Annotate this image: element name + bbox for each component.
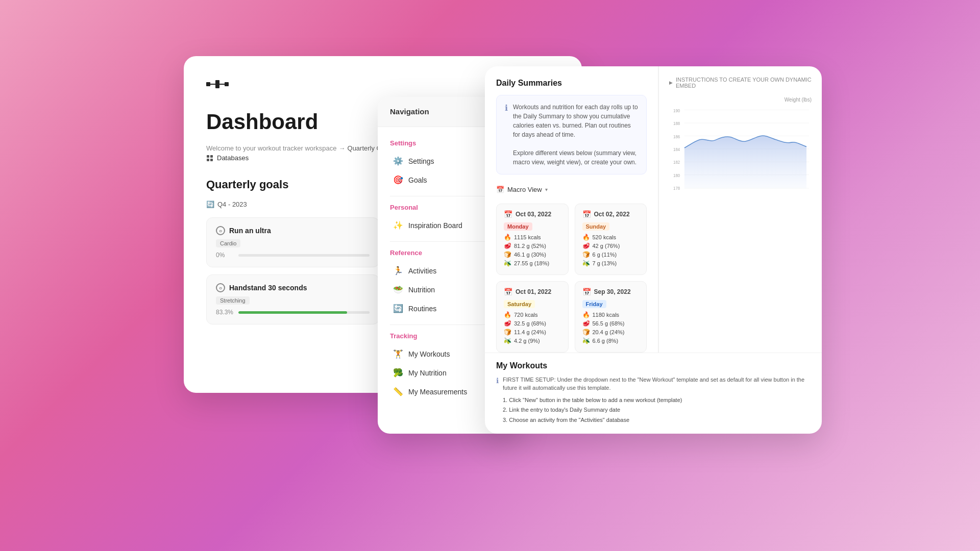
cal-icon-4: 📅 [582,288,591,296]
svg-rect-3 [209,84,226,85]
goal-pct-1: 0% [216,252,234,259]
chart-y-label: Weight (lbs) [669,97,812,103]
svg-text:178: 178 [673,186,680,191]
my-workouts-icon: 🏋️ [393,349,403,359]
dropdown-caret: ▾ [545,187,548,192]
right-top: Daily Summaries ℹ Workouts and nutrition… [485,66,822,353]
goal-pct-3: 83.3% [216,309,234,316]
quarter-badge: 🔄 Q4 - 2023 [206,201,247,208]
workouts-info: ℹ FIRST TIME SETUP: Under the dropdown n… [496,375,811,425]
workouts-info-icon: ℹ [496,375,499,425]
day-badge-saturday: Saturday [504,300,535,308]
day-badge-friday: Friday [582,300,606,308]
daily-summaries-info: ℹ Workouts and nutrition for each day ro… [496,95,647,174]
summary-day-sep30[interactable]: 📅 Sep 30, 2022 Friday 🔥1180 kcals 🥩56.5 … [575,281,647,353]
weight-chart-svg: 190 188 186 184 182 180 178 [669,105,812,196]
expand-triangle-icon: ▶ [669,80,673,85]
summary-day-oct02[interactable]: 📅 Oct 02, 2022 Sunday 🔥520 kcals 🥩42 g (… [575,204,647,275]
my-workouts-title: My Workouts [496,361,811,370]
svg-text:186: 186 [673,134,680,139]
svg-rect-7 [210,159,213,161]
svg-rect-5 [210,155,213,158]
right-card: Daily Summaries ℹ Workouts and nutrition… [485,66,822,434]
summary-day-oct03[interactable]: 📅 Oct 03, 2022 Monday 🔥1115 kcals 🥩81.2 … [496,204,569,275]
info-text: Workouts and nutrition for each day roll… [513,103,638,167]
svg-text:188: 188 [673,121,680,126]
svg-text:184: 184 [673,147,680,152]
svg-text:182: 182 [673,160,680,165]
svg-text:180: 180 [673,173,680,178]
daily-summaries-title: Daily Summaries [496,79,647,88]
goal-name-3: Handstand 30 seconds [229,284,307,292]
workouts-steps: 1. Click "New" button in the table below… [503,395,811,425]
progress-bar-3 [238,311,370,314]
inspiration-icon: ✨ [393,220,403,230]
activities-icon: 🏃 [393,266,403,276]
nav-header-title: Navigation [390,107,429,116]
goal-card-1[interactable]: ○ Run an ultra Cardio 0% [206,217,379,267]
settings-icon: ⚙️ [393,156,403,166]
progress-bar-1 [238,254,370,257]
workouts-setup-text: FIRST TIME SETUP: Under the dropdown nex… [503,375,811,392]
goals-icon: 🎯 [393,175,403,185]
summary-day-oct01[interactable]: 📅 Oct 01, 2022 Saturday 🔥720 kcals 🥩32.5… [496,281,569,353]
macro-view-button[interactable]: 📅 Macro View ▾ [496,183,647,196]
routines-icon: 🔄 [393,304,403,313]
chart-section: ▶ INSTRUCTIONS TO CREATE YOUR OWN DYNAMI… [658,66,822,353]
cal-icon-1: 📅 [504,210,512,218]
summary-grid: 📅 Oct 03, 2022 Monday 🔥1115 kcals 🥩81.2 … [496,204,647,353]
goal-icon-1: ○ [216,226,225,235]
day-badge-sunday: Sunday [582,222,610,231]
my-workouts-section: My Workouts ℹ FIRST TIME SETUP: Under th… [485,353,822,434]
goal-icon-3: ○ [216,283,225,292]
my-measurements-icon: 📏 [393,387,403,396]
goal-name-1: Run an ultra [229,227,271,235]
main-container: Dashboard Welcome to your workout tracke… [184,56,796,495]
nutrition-icon: 🥗 [393,285,403,294]
svg-rect-6 [207,159,209,161]
my-nutrition-icon: 🥦 [393,368,403,378]
svg-rect-4 [207,155,209,158]
daily-summaries-panel: Daily Summaries ℹ Workouts and nutrition… [485,66,658,353]
cal-icon-3: 📅 [504,288,512,296]
instructions-bar[interactable]: ▶ INSTRUCTIONS TO CREATE YOUR OWN DYNAMI… [669,77,812,89]
cal-icon-2: 📅 [582,210,591,218]
goal-tag-3: Stretching [216,296,250,305]
weight-chart-area: 190 188 186 184 182 180 178 [669,105,812,207]
info-icon: ℹ [505,103,508,167]
day-badge-monday: Monday [504,222,532,231]
svg-text:190: 190 [673,109,680,113]
goal-card-3[interactable]: ○ Handstand 30 seconds Stretching 83.3% [206,274,379,324]
calendar-icon-small: 📅 [496,186,504,193]
goal-tag-1: Cardio [216,239,240,247]
instructions-text: INSTRUCTIONS TO CREATE YOUR OWN DYNAMIC … [676,77,812,89]
